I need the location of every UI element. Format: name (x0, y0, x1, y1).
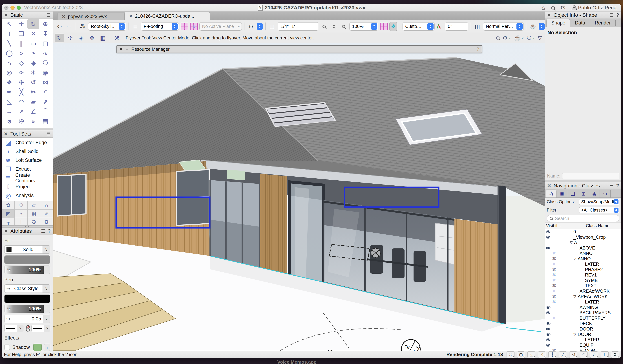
collapse-icon[interactable]: − (126, 47, 128, 52)
visibility-eye-icon[interactable] (545, 230, 551, 233)
layer-options-button[interactable]: ≣ (131, 22, 139, 31)
snap-object[interactable]: ▢ (517, 351, 525, 358)
dropdown-stepper-icon[interactable] (172, 23, 178, 30)
visibility-eye-icon[interactable] (545, 284, 551, 287)
push-pull-tool[interactable]: ↧ (39, 29, 51, 39)
shadow-checkbox[interactable] (4, 344, 10, 350)
polygon-outline-tool[interactable]: ◈ (27, 58, 40, 68)
smartcursor-settings-button[interactable]: ⚙∨ (503, 35, 511, 41)
visibility-eye-icon[interactable] (545, 290, 551, 293)
polyline-tool[interactable]: ⌂ (3, 58, 15, 68)
visibility-eye-icon[interactable] (545, 317, 551, 320)
tool-set-item[interactable]: ≋ Loft Surface (2, 156, 53, 165)
chevron-down-icon[interactable]: ∨ (43, 285, 50, 293)
hidden-x-icon[interactable]: ✕ (551, 245, 557, 250)
class-row[interactable]: ✕ ▽ LATER (545, 337, 621, 343)
palette-resize-handle[interactable]: ••• (2, 128, 53, 130)
working-plane-dropdown[interactable]: No Active Plane ▾ (199, 22, 242, 31)
visibility-eye-icon[interactable] (545, 295, 551, 298)
tool-preferences-button[interactable]: ⚒ (112, 34, 121, 42)
snap-grid[interactable]: ∷ (507, 351, 514, 358)
hidden-x-icon[interactable]: ✕ (551, 267, 557, 272)
snap-smart-point[interactable]: ┆ (548, 351, 556, 358)
hidden-x-icon[interactable]: ✕ (551, 283, 557, 288)
visibility-eye-icon[interactable] (545, 327, 551, 330)
view-rotation-field[interactable]: 0° (445, 22, 468, 31)
class-row[interactable]: ✕ ▽ ANNO (545, 256, 621, 261)
attributes-palette-header[interactable]: ✕ Attributes ☰ ? (2, 227, 53, 235)
callout-tool[interactable]: ❑ (15, 29, 27, 39)
visibility-eye-icon[interactable] (545, 301, 551, 303)
3d-modeling[interactable]: ◩ (2, 209, 15, 218)
visibility-eye-icon[interactable] (545, 236, 551, 239)
snap-smart-edge[interactable]: ◁ (569, 351, 577, 358)
freehand-tool[interactable]: ∿ (39, 48, 51, 58)
class-row[interactable]: ✕ ▽ DOOR (545, 326, 621, 332)
tool-set-item[interactable]: ≣ Create Contours (2, 174, 53, 182)
expander-triangle-icon[interactable]: ▽ (573, 332, 576, 336)
rotate-tool[interactable]: ↺ (27, 77, 40, 87)
line-tool[interactable]: ╲ (3, 39, 15, 48)
view-center-mode[interactable]: ↻ (55, 34, 64, 42)
polygon-tool[interactable]: ◇ (15, 58, 27, 68)
object-center-mode[interactable]: ✢ (66, 34, 75, 42)
close-icon[interactable]: ✕ (119, 47, 123, 52)
class-row[interactable]: ✕ ▽ AREAofWORK (545, 288, 621, 294)
render-options-button[interactable]: ☕∨ (514, 35, 524, 41)
zoom-tool[interactable]: ⊕ (39, 19, 51, 29)
object-info-header[interactable]: ✕ Object Info - Shape ☰ ? (545, 12, 621, 19)
basic-palette-header[interactable]: ✕ Basic ☰ (2, 12, 53, 19)
class-row[interactable]: ✕ ▽ PHASE2 (545, 267, 621, 272)
visibility-eye-icon[interactable] (545, 338, 551, 341)
more-options-icon[interactable]: ⋮ (44, 344, 50, 351)
hidden-x-icon[interactable]: ✕ (551, 256, 557, 261)
visibility-eye-icon[interactable] (545, 257, 551, 260)
eraser-tool[interactable]: ▰ (27, 97, 40, 107)
hidden-x-icon[interactable]: ✕ (551, 326, 557, 331)
locus-tool[interactable]: ✕ (27, 29, 40, 39)
offset-tool[interactable]: ◠ (15, 97, 27, 107)
class-name-column-header[interactable]: Class Name (573, 223, 621, 228)
class-row[interactable]: ✕ ▽ DECK (545, 321, 621, 326)
class-row[interactable]: ✕ ▽ REV1 (545, 272, 621, 278)
tape-measure-tool[interactable]: ✇ (15, 116, 27, 126)
dim-angular-tool[interactable]: ∠ (27, 107, 40, 116)
more-options-icon[interactable]: ⋮ (44, 266, 50, 274)
mirror-tool[interactable]: ⋈ (39, 77, 51, 87)
dims-notes[interactable]: ✐ (40, 209, 53, 218)
close-icon[interactable]: ✕ (4, 131, 8, 137)
render-mode-button[interactable]: ☕ (529, 22, 537, 31)
line-style-dropdown[interactable]: ∨ (4, 325, 23, 332)
pen-opacity-control[interactable]: ↪ 100% ⋮ (4, 304, 50, 313)
user-icon[interactable] (572, 5, 576, 10)
tab-data[interactable]: Data (570, 19, 590, 27)
piping[interactable]: ┳ (2, 218, 15, 225)
dropdown-stepper-icon[interactable] (119, 23, 125, 30)
drafting[interactable]: ▱ (27, 201, 40, 209)
class-row[interactable]: ✕ ▽ 0 (545, 229, 621, 234)
visibility-eye-icon[interactable] (545, 268, 551, 271)
eyedropper-tool[interactable]: ✑ (15, 68, 27, 77)
hidden-x-icon[interactable]: ✕ (551, 251, 557, 256)
resize-tool[interactable]: ⇗ (39, 97, 51, 107)
look-around-mode[interactable]: ❖ (87, 34, 97, 42)
tool-set-item[interactable]: ⇩ Project (2, 182, 53, 191)
visibility-eye-icon[interactable] (545, 273, 551, 277)
references-tab[interactable]: ↪ (600, 190, 611, 198)
walkthrough-mode[interactable]: ▦ (98, 34, 108, 42)
fit-to-objects-icon[interactable] (320, 22, 328, 31)
visualization[interactable]: ☼ (15, 209, 27, 218)
layer-scale-button[interactable]: ◫ (268, 22, 276, 31)
dropdown-stepper-icon[interactable] (539, 23, 545, 30)
unlink-markers-icon[interactable] (25, 325, 30, 332)
fasteners[interactable]: ✪ (27, 218, 40, 225)
attribute-wand-tool[interactable]: ✶ (27, 68, 40, 77)
hidden-x-icon[interactable]: ✕ (551, 337, 557, 342)
fit-to-page-icon[interactable] (330, 22, 338, 31)
dropdown-stepper-icon[interactable] (516, 23, 523, 30)
select-similar-tool[interactable]: ◉ (39, 68, 51, 77)
visibility-eye-icon[interactable] (545, 349, 551, 351)
expander-triangle-icon[interactable]: ▽ (573, 294, 576, 299)
class-row[interactable]: ✕ ▽ BUTTERFLY (545, 315, 621, 321)
hidden-x-icon[interactable]: ✕ (551, 235, 557, 240)
